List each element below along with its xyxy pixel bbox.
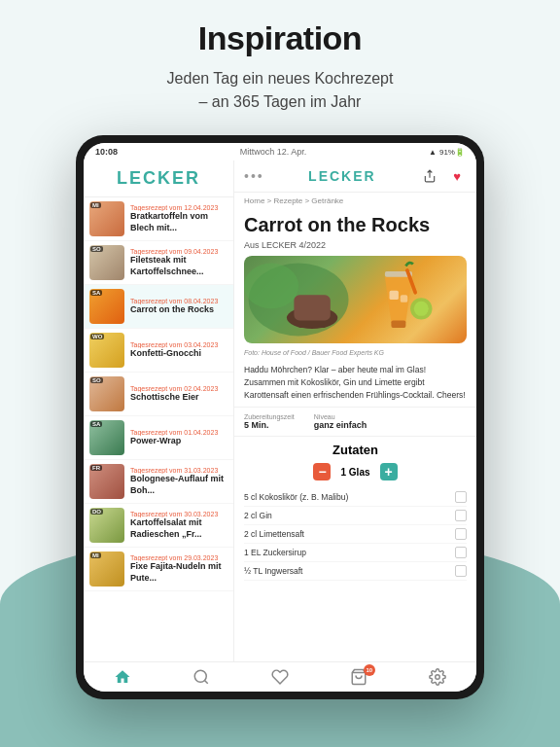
- sidebar-item-title-8: Fixe Fajita-Nudeln mit Pute...: [130, 561, 228, 584]
- sidebar-item-5[interactable]: SA Tagesrezept vom 01.04.2023 Power-Wrap: [84, 416, 233, 460]
- sidebar-thumb-3: WO: [89, 333, 124, 368]
- content-panel: ••• LECKER ♥ Home > Rezepte > Getränke: [234, 160, 476, 661]
- day-badge-8: MI: [90, 552, 101, 558]
- content-header: ••• LECKER ♥: [234, 160, 476, 193]
- content-logo: LECKER: [308, 168, 376, 184]
- recipe-description: Haddu Möhrchen? Klar – aber heute mal im…: [234, 358, 476, 407]
- content-dots: •••: [244, 168, 264, 184]
- svg-marker-4: [385, 277, 412, 323]
- sidebar-item-title-5: Power-Wrap: [130, 436, 228, 447]
- sidebar-item-8[interactable]: MI Tagesrezept vom 29.03.2023 Fixe Fajit…: [84, 548, 233, 591]
- app-content: LECKER MI Tagesrezept vom 12.04.2023 Bra…: [84, 160, 476, 661]
- sidebar-item-date-6: Tagesrezept vom 31.03.2023: [130, 467, 228, 474]
- sidebar-item-date-1: Tagesrezept vom 09.04.2023: [130, 248, 228, 255]
- share-button[interactable]: [420, 166, 439, 186]
- servings-control: − 1 Glas +: [244, 463, 467, 480]
- sidebar-thumb-8: MI: [89, 551, 124, 587]
- page-subtitle: Jeden Tag ein neues Kochrezept– an 365 T…: [167, 67, 394, 114]
- sidebar-item-6[interactable]: FR Tagesrezept vom 31.03.2023 Bolognese-…: [84, 460, 233, 504]
- tablet-screen: 10:08 Mittwoch 12. Apr. ▲ 91%🔋 LECKER M: [84, 143, 476, 692]
- sidebar-item-1[interactable]: SO Tagesrezept vom 09.04.2023 Filetsteak…: [84, 241, 233, 285]
- ingredient-item-0: 5 cl Kokoslikör (z. B. Malibu): [244, 488, 467, 507]
- sidebar-item-date-5: Tagesrezept vom 01.04.2023: [130, 429, 228, 436]
- favorite-button[interactable]: ♥: [447, 166, 467, 186]
- sidebar-item-info-0: Tagesrezept vom 12.04.2023 Bratkartoffel…: [130, 204, 228, 233]
- nav-favorites[interactable]: [271, 668, 289, 686]
- svg-rect-8: [401, 295, 407, 302]
- sidebar-thumb-7: DO: [89, 508, 124, 543]
- recipe-image-container: [244, 256, 467, 343]
- ingredient-text-1: 2 cl Gin: [244, 511, 272, 520]
- sidebar-item-date-8: Tagesrezept vom 29.03.2023: [130, 554, 228, 561]
- sidebar-thumb-4: SO: [89, 376, 124, 411]
- ingredients-title: Zutaten: [244, 443, 467, 457]
- nav-settings[interactable]: [429, 668, 446, 686]
- sidebar-item-7[interactable]: DO Tagesrezept vom 30.03.2023 Kartoffels…: [84, 504, 233, 548]
- page-title: Inspiration: [198, 19, 362, 57]
- sidebar-item-title-1: Filetsteak mit Kartoffelschnee...: [130, 255, 228, 277]
- level-label: Niveau: [314, 413, 368, 420]
- ingredient-checkbox-1[interactable]: [455, 510, 467, 521]
- breadcrumb: Home > Rezepte > Getränke: [234, 193, 476, 209]
- ingredient-item-3: 1 EL Zuckersirup: [244, 544, 467, 562]
- sidebar-item-title-2: Carrot on the Rocks: [130, 304, 228, 316]
- ingredient-checkbox-0[interactable]: [455, 491, 467, 503]
- page-wrapper: Inspiration Jeden Tag ein neues Kochreze…: [0, 0, 560, 699]
- ingredient-checkbox-4[interactable]: [455, 565, 467, 577]
- sidebar-item-2[interactable]: SA Tagesrezept vom 08.04.2023 Carrot on …: [84, 285, 233, 329]
- day-badge-6: FR: [90, 465, 102, 471]
- sidebar-item-date-2: Tagesrezept vom 08.04.2023: [130, 298, 228, 304]
- day-badge-5: SA: [90, 421, 102, 427]
- day-badge-7: DO: [90, 509, 103, 515]
- nav-home[interactable]: [114, 668, 131, 686]
- recipe-image: [244, 256, 467, 343]
- ingredient-item-2: 2 cl Limettensaft: [244, 525, 467, 544]
- svg-point-12: [194, 670, 206, 682]
- status-bar: 10:08 Mittwoch 12. Apr. ▲ 91%🔋: [84, 143, 476, 160]
- ingredient-text-4: ½ TL Ingwersaft: [244, 566, 302, 576]
- sidebar-item-3[interactable]: WO Tagesrezept vom 03.04.2023 Konfetti-G…: [84, 329, 233, 373]
- sidebar-item-4[interactable]: SO Tagesrezept vom 02.04.2023 Schottisch…: [84, 373, 233, 416]
- sidebar-item-0[interactable]: MI Tagesrezept vom 12.04.2023 Bratkartof…: [84, 197, 233, 241]
- sidebar-thumb-5: SA: [89, 420, 124, 455]
- sidebar-item-info-3: Tagesrezept vom 03.04.2023 Konfetti-Gnoc…: [130, 341, 228, 360]
- sidebar-item-info-2: Tagesrezept vom 08.04.2023 Carrot on the…: [130, 298, 228, 316]
- sidebar-item-date-4: Tagesrezept vom 02.04.2023: [130, 385, 228, 392]
- ingredient-checkbox-3[interactable]: [455, 547, 467, 558]
- prep-time-label: Zubereitungszeit: [244, 413, 295, 420]
- svg-rect-3: [294, 295, 330, 320]
- status-icons: ▲ 91%🔋: [429, 148, 465, 157]
- serving-count: 1 Glas: [340, 467, 369, 478]
- ingredient-item-1: 2 cl Gin: [244, 507, 467, 525]
- recipe-title: Carrot on the Rocks: [234, 209, 476, 238]
- nav-cart[interactable]: 10: [350, 668, 368, 686]
- sidebar-header: LECKER: [84, 160, 233, 197]
- sidebar-logo: LECKER: [93, 168, 224, 189]
- svg-rect-7: [390, 291, 399, 300]
- day-badge-3: WO: [90, 334, 104, 339]
- ingredient-text-2: 2 cl Limettensaft: [244, 529, 304, 539]
- wifi-icon: ▲: [429, 148, 437, 157]
- sidebar-thumb-1: SO: [89, 245, 124, 280]
- content-actions: ♥: [420, 166, 467, 186]
- sidebar-item-date-0: Tagesrezept vom 12.04.2023: [130, 204, 228, 211]
- day-badge-1: SO: [90, 246, 103, 252]
- prep-time: Zubereitungszeit 5 Min.: [244, 413, 295, 430]
- day-badge-4: SO: [90, 377, 103, 383]
- level: Niveau ganz einfach: [314, 413, 368, 430]
- sidebar-item-info-7: Tagesrezept vom 30.03.2023 Kartoffelsala…: [130, 511, 228, 540]
- sidebar-item-info-1: Tagesrezept vom 09.04.2023 Filetsteak mi…: [130, 248, 228, 277]
- tablet-frame: 10:08 Mittwoch 12. Apr. ▲ 91%🔋 LECKER M: [76, 135, 484, 699]
- sidebar-item-info-4: Tagesrezept vom 02.04.2023 Schottische E…: [130, 385, 228, 404]
- sidebar-item-title-6: Bolognese-Auflauf mit Boh...: [130, 474, 228, 496]
- nav-search[interactable]: [192, 668, 210, 686]
- sidebar-item-date-3: Tagesrezept vom 03.04.2023: [130, 341, 228, 348]
- sidebar-item-date-7: Tagesrezept vom 30.03.2023: [130, 511, 228, 517]
- svg-point-1: [244, 264, 298, 309]
- sidebar-item-title-7: Kartoffelsalat mit Radieschen „Fr...: [130, 517, 228, 540]
- sidebar-item-title-4: Schottische Eier: [130, 392, 228, 404]
- ingredient-text-3: 1 EL Zuckersirup: [244, 548, 306, 557]
- increase-servings-button[interactable]: +: [380, 463, 398, 480]
- decrease-servings-button[interactable]: −: [313, 463, 331, 480]
- ingredient-checkbox-2[interactable]: [455, 528, 467, 540]
